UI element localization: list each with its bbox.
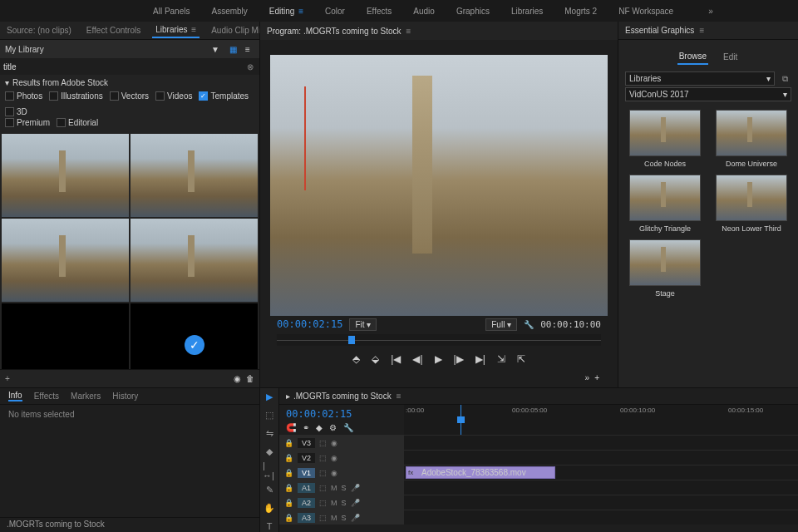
mogrt-item[interactable]: Dome Universe (712, 110, 791, 168)
caret-right-icon[interactable]: ▸ (286, 392, 290, 401)
stock-result[interactable] (131, 134, 258, 217)
filter-premium[interactable]: Premium (5, 118, 50, 127)
trash-icon[interactable]: 🗑 (246, 374, 254, 383)
add-button[interactable]: + (5, 374, 10, 383)
grid-view-icon[interactable]: ▦ (226, 42, 239, 56)
solo-icon[interactable]: S (342, 514, 347, 522)
eg-source-select[interactable]: Libraries▾ (625, 71, 775, 86)
toggle-output-icon[interactable]: ⬚ (319, 454, 327, 462)
mogrt-item[interactable]: Code Nodes (625, 110, 705, 168)
filter-3d[interactable]: 3D (5, 107, 27, 116)
pen-tool-icon[interactable]: ✎ (263, 484, 276, 495)
extract-icon[interactable]: ⇱ (517, 353, 525, 365)
slip-tool-icon[interactable]: |↔| (263, 464, 276, 477)
link-icon[interactable]: ⚭ (303, 423, 309, 432)
search-input[interactable] (3, 62, 244, 71)
tab-effects[interactable]: Effects (34, 392, 59, 401)
panel-menu-icon[interactable]: ≡ (397, 392, 401, 401)
list-view-icon[interactable]: ≡ (241, 42, 254, 56)
hand-tool-icon[interactable]: ✋ (263, 502, 276, 514)
sequence-tab[interactable]: .MOGRTs coming to Stock (293, 392, 392, 401)
track-select-tool-icon[interactable]: ⬚ (263, 410, 276, 421)
overflow-icon[interactable]: » (585, 373, 590, 382)
workspace-nf[interactable]: NF Workspace (615, 5, 677, 17)
results-header[interactable]: ▾ Results from Adobe Stock (0, 75, 259, 90)
mute-icon[interactable]: M (331, 514, 337, 522)
tab-effect-controls[interactable]: Effect Controls (83, 23, 144, 37)
tab-markers[interactable]: Markers (71, 392, 101, 401)
playhead-icon[interactable] (348, 336, 355, 344)
track-label[interactable]: V1 (298, 468, 315, 478)
mark-out-icon[interactable]: ⬙ (372, 353, 379, 365)
lock-icon[interactable]: 🔒 (284, 499, 293, 507)
lock-icon[interactable]: 🔒 (284, 484, 293, 492)
mic-icon[interactable]: 🎤 (351, 484, 360, 492)
eye-icon[interactable]: ◉ (331, 469, 337, 477)
workspace-libraries[interactable]: Libraries (508, 5, 546, 17)
filter-templates[interactable]: Templates (199, 91, 249, 101)
tab-info[interactable]: Info (8, 391, 22, 401)
goto-in-icon[interactable]: |◀ (391, 353, 401, 365)
settings-icon[interactable]: 🔧 (524, 320, 534, 329)
workspace-all-panels[interactable]: All Panels (150, 5, 193, 17)
toggle-output-icon[interactable]: ⬚ (319, 484, 327, 492)
current-timecode[interactable]: 00:00:02:15 (277, 318, 342, 330)
filter-vectors[interactable]: Vectors (110, 91, 149, 101)
type-tool-icon[interactable]: T (263, 520, 276, 532)
video-preview[interactable] (270, 55, 608, 316)
selection-tool-icon[interactable]: ▶ (263, 392, 276, 403)
ripple-tool-icon[interactable]: ⇋ (263, 428, 276, 440)
solo-icon[interactable]: S (342, 499, 347, 507)
mogrt-item[interactable]: Glitchy Triangle (625, 175, 705, 233)
stock-result[interactable] (131, 219, 258, 302)
solo-icon[interactable]: S (342, 484, 347, 492)
mute-icon[interactable]: M (331, 484, 337, 492)
camera-icon[interactable]: ◉ (234, 374, 241, 383)
mogrt-item[interactable]: Stage (625, 239, 705, 298)
filter-illustrations[interactable]: Illustrations (49, 91, 103, 101)
marker-icon[interactable]: ◆ (316, 423, 323, 432)
eye-icon[interactable]: ◉ (331, 439, 337, 447)
workspace-assembly[interactable]: Assembly (208, 5, 250, 17)
track-label[interactable]: A2 (298, 498, 315, 508)
lock-icon[interactable]: 🔒 (284, 454, 293, 462)
track-label[interactable]: V3 (298, 438, 315, 448)
goto-out-icon[interactable]: ▶| (475, 353, 485, 365)
snap-icon[interactable]: 🧲 (286, 423, 296, 432)
new-folder-icon[interactable]: ⧉ (778, 74, 791, 84)
mogrt-item[interactable]: Neon Lower Third (712, 175, 791, 233)
stock-result[interactable] (2, 219, 129, 302)
tab-source[interactable]: Source: (no clips) (3, 23, 75, 37)
step-fwd-icon[interactable]: |▶ (454, 353, 464, 365)
wrench-icon[interactable]: 🔧 (343, 423, 353, 432)
toggle-output-icon[interactable]: ⬚ (319, 439, 327, 447)
filter-photos[interactable]: Photos (5, 91, 42, 101)
toggle-output-icon[interactable]: ⬚ (319, 514, 327, 522)
step-back-icon[interactable]: ◀| (412, 353, 422, 365)
tab-edit[interactable]: Edit (722, 50, 739, 64)
workspace-editing[interactable]: Editing ≡ (266, 5, 307, 17)
panel-menu-icon[interactable]: ≡ (699, 26, 704, 35)
video-clip[interactable]: fxAdobeStock_78363568.mov (406, 466, 555, 479)
workspace-mogrts2[interactable]: Mogrts 2 (561, 5, 600, 17)
mark-in-icon[interactable]: ⬘ (352, 353, 360, 365)
lift-icon[interactable]: ⇲ (497, 353, 505, 365)
eg-library-select[interactable]: VidConUS 2017▾ (625, 87, 791, 101)
clear-search-icon[interactable]: ⊗ (244, 62, 256, 71)
toggle-output-icon[interactable]: ⬚ (319, 469, 327, 477)
resolution-select[interactable]: Full ▾ (485, 318, 517, 331)
workspace-overflow-icon[interactable]: » (708, 7, 713, 16)
razor-tool-icon[interactable]: ◆ (263, 446, 276, 458)
filter-videos[interactable]: Videos (155, 91, 192, 101)
track-label[interactable]: V2 (298, 453, 315, 463)
toggle-output-icon[interactable]: ⬚ (319, 499, 327, 507)
eye-icon[interactable]: ◉ (331, 454, 337, 462)
track-label[interactable]: A3 (298, 513, 315, 523)
timeline-timecode[interactable]: 00:00:02:15 (286, 408, 397, 420)
mic-icon[interactable]: 🎤 (351, 499, 360, 507)
workspace-graphics[interactable]: Graphics (453, 5, 493, 17)
zoom-select[interactable]: Fit ▾ (349, 318, 377, 331)
track-label[interactable]: A1 (298, 483, 315, 493)
lock-icon[interactable]: 🔒 (284, 439, 293, 447)
workspace-effects[interactable]: Effects (363, 5, 395, 17)
